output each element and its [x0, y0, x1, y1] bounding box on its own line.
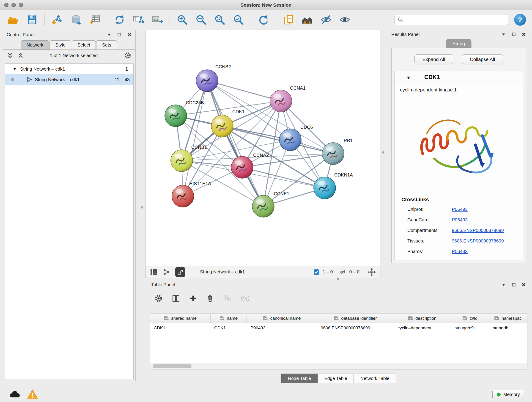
expand-all-button[interactable]: Expand All	[414, 54, 453, 64]
tab-select[interactable]: Select	[72, 40, 96, 50]
panel-close-icon[interactable]	[521, 282, 526, 287]
disclosure-triangle-icon[interactable]	[13, 67, 17, 71]
show-hidden-button[interactable]	[338, 13, 351, 26]
crosslink-compartments-link[interactable]: 9606.ENSP00000378699	[452, 228, 504, 233]
search-field[interactable]	[394, 14, 508, 25]
birdseye-grid-icon[interactable]	[150, 268, 157, 276]
help-button[interactable]: ?	[514, 14, 526, 26]
delete-column-button[interactable]	[206, 294, 214, 302]
zoom-in-icon	[177, 14, 188, 26]
refresh-button[interactable]	[257, 13, 270, 26]
zoom-window-button[interactable]	[19, 3, 23, 7]
zoom-fit-button[interactable]	[213, 13, 226, 26]
search-input[interactable]	[405, 17, 505, 22]
tab-network-table[interactable]: Network Table	[354, 374, 396, 383]
cell-database-identifier[interactable]: 9606.ENSP00000378699	[317, 325, 394, 331]
network-collection-row[interactable]: String Network – cdk1 1	[5, 64, 133, 74]
crosslink-genecard-link[interactable]: P06493	[452, 217, 468, 223]
panel-float-icon[interactable]	[117, 32, 122, 37]
splitter-handle[interactable]	[382, 151, 385, 153]
panel-collapse-icon[interactable]	[107, 32, 112, 37]
tab-edge-table[interactable]: Edge Table	[317, 374, 354, 383]
hide-selected-button[interactable]	[320, 13, 332, 26]
scrollbar-thumb[interactable]	[152, 364, 191, 368]
disclosure-triangle-icon[interactable]	[406, 76, 411, 80]
collapse-all-button[interactable]: Collapse All	[462, 54, 503, 64]
gear-icon[interactable]	[124, 52, 131, 59]
table-settings-button[interactable]	[154, 294, 163, 303]
string-results-tab[interactable]: String	[446, 39, 472, 48]
tab-network[interactable]: Network	[21, 40, 49, 50]
column-header[interactable]: namespac	[489, 314, 527, 323]
expand-all-icon[interactable]	[7, 52, 13, 58]
panel-collapse-icon[interactable]	[501, 32, 506, 37]
cell-description[interactable]: cyclin–dependent ...	[394, 325, 451, 331]
protein-card-header[interactable]: CDK1	[394, 71, 523, 84]
edge-CCNB2-HIST1H1A[interactable]	[183, 81, 207, 196]
node-gloss-highlight	[235, 160, 243, 165]
memory-button[interactable]: Memory	[492, 390, 524, 399]
selected-checkbox-icon[interactable]	[313, 269, 319, 275]
zoom-out-button[interactable]	[195, 13, 207, 26]
cell-canonical-name[interactable]: P06493	[247, 325, 317, 331]
node-label: CDKN1A	[334, 172, 353, 177]
column-header[interactable]: database identifier	[317, 314, 394, 323]
column-header[interactable]: shared name	[150, 314, 210, 323]
tab-style[interactable]: Style	[50, 40, 71, 50]
table-row[interactable]: CDK1 CDK1 P06493 9606.ENSP00000378699 cy…	[150, 323, 527, 333]
edge-CCNB2-CCNA1[interactable]	[207, 81, 281, 101]
network-row-selected[interactable]: String Network – cdk1 11 48	[5, 74, 133, 85]
crosslink-tissues-link[interactable]: 9606.ENSP00000378699	[452, 238, 504, 244]
table-toolbar: f(x)	[154, 292, 249, 305]
new-network-button[interactable]	[113, 13, 126, 26]
status-bar: Memory	[0, 386, 532, 402]
close-window-button[interactable]	[4, 3, 8, 7]
import-network-file-button[interactable]	[51, 13, 63, 26]
panel-close-icon[interactable]	[127, 32, 132, 37]
network-canvas[interactable]: CCNB2CCNA1CDC25BCDK1CDC6RB1CCNB1CCNA2CDK…	[146, 30, 380, 266]
open-session-button[interactable]	[7, 13, 20, 26]
cell-shared-name[interactable]: CDK1	[150, 325, 210, 331]
panel-float-icon[interactable]	[511, 32, 516, 37]
crosslink-uniprot-link[interactable]: P06493	[452, 207, 468, 212]
hidden-eye-icon[interactable]	[339, 269, 346, 275]
tab-sets[interactable]: Sets	[96, 40, 117, 50]
open-in-window-button[interactable]	[175, 267, 185, 277]
warning-icon[interactable]	[27, 389, 38, 399]
duplicate-document-button[interactable]	[282, 13, 295, 26]
export-image-button[interactable]	[151, 13, 164, 26]
panel-collapse-icon[interactable]	[501, 282, 506, 287]
pan-crosshair-icon[interactable]	[368, 268, 376, 276]
zoom-in-button[interactable]	[176, 13, 189, 26]
import-table-button[interactable]	[88, 13, 101, 26]
houses-button[interactable]	[301, 13, 314, 26]
share-network-icon[interactable]	[163, 269, 170, 275]
save-session-button[interactable]	[26, 13, 38, 26]
show-columns-button[interactable]	[172, 294, 180, 303]
horizontal-scrollbar[interactable]	[150, 363, 527, 369]
cloud-icon[interactable]	[8, 390, 21, 399]
network-from-table-button[interactable]	[132, 13, 145, 26]
crosslink-pharos-link[interactable]: P06493	[452, 249, 468, 254]
column-header[interactable]: description	[394, 314, 451, 323]
column-header[interactable]: name	[210, 314, 247, 323]
node-gloss-highlight	[326, 147, 334, 151]
string-results-box: Expand All Collapse All CDK1 cyclin–depe…	[391, 48, 526, 263]
cell-id[interactable]: stringdb:9...	[451, 325, 489, 331]
splitter-handle[interactable]	[337, 278, 339, 280]
collapse-all-icon[interactable]	[18, 52, 24, 58]
zoom-selected-button[interactable]	[232, 13, 245, 26]
tab-node-table[interactable]: Node Table	[281, 374, 318, 383]
edge-CCNB2-CCNE1[interactable]	[207, 81, 263, 206]
add-column-button[interactable]	[189, 294, 197, 302]
column-header[interactable]: canonical name	[247, 314, 317, 323]
cell-name[interactable]: CDK1	[210, 325, 247, 331]
panel-float-icon[interactable]	[511, 282, 516, 287]
network-edge-count: 48	[125, 77, 130, 82]
column-header[interactable]: @id	[451, 314, 489, 323]
splitter-handle[interactable]	[141, 206, 143, 209]
import-network-database-button[interactable]	[70, 13, 82, 26]
cell-namespace[interactable]: stringdb	[489, 325, 527, 331]
panel-close-icon[interactable]	[521, 32, 526, 37]
minimize-window-button[interactable]	[12, 3, 16, 7]
